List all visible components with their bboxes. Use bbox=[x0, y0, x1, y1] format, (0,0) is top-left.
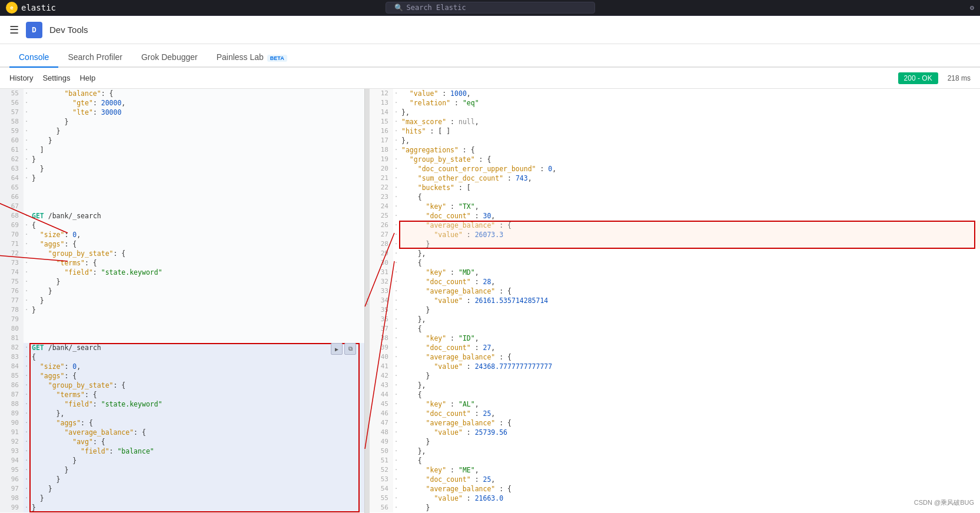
hamburger-menu[interactable]: ☰ bbox=[9, 24, 19, 36]
response-line: 16 · "hits" : [ ] bbox=[370, 126, 980, 136]
code-line: 79 bbox=[0, 315, 364, 324]
code-line: 72 · "group_by_state": { bbox=[0, 249, 364, 258]
code-line: 60 · } bbox=[0, 136, 364, 145]
code-line: 97 · } bbox=[0, 484, 364, 494]
menu-settings[interactable]: Settings bbox=[42, 74, 70, 82]
editor-panel: 55 · "balance": { 56 · "gte": 20000, 57 … bbox=[0, 89, 365, 513]
response-line: 36 · }, bbox=[370, 315, 980, 324]
search-icon: 🔍 bbox=[394, 4, 403, 12]
copy-button[interactable]: ⧉ bbox=[344, 343, 356, 355]
code-line: 78 · } bbox=[0, 305, 364, 315]
response-line: 56 · } bbox=[370, 503, 980, 512]
code-line: 75 · } bbox=[0, 277, 364, 287]
code-line: 64 · } bbox=[0, 174, 364, 183]
search-placeholder: Search Elastic bbox=[407, 4, 466, 12]
tabbar: Console Search Profiler Grok Debugger Pa… bbox=[0, 44, 980, 68]
code-line: 68 · GET /bank/_search bbox=[0, 211, 364, 221]
app-icon: D bbox=[26, 22, 42, 38]
menu-help[interactable]: Help bbox=[79, 74, 95, 82]
code-line: 63 · } bbox=[0, 164, 364, 174]
response-line: 45 · "key" : "AL", bbox=[370, 399, 980, 409]
code-line: 96 · } bbox=[0, 475, 364, 484]
response-size: 218 ms bbox=[948, 74, 971, 82]
elastic-name: elastic bbox=[21, 3, 56, 12]
response-line: 20 · "doc_count_error_upper_bound" : 0, bbox=[370, 164, 980, 174]
topbar: e elastic 🔍 Search Elastic ⚙ bbox=[0, 0, 980, 16]
response-line: 15 · "max_score" : null, bbox=[370, 117, 980, 126]
response-line: 50 · }, bbox=[370, 447, 980, 456]
code-editor[interactable]: 55 · "balance": { 56 · "gte": 20000, 57 … bbox=[0, 89, 364, 513]
elastic-icon: e bbox=[6, 2, 18, 14]
response-line: 29 · }, bbox=[370, 249, 980, 258]
code-line: 55 · "balance": { bbox=[0, 89, 364, 98]
code-line: 84 · "size": 0, bbox=[0, 362, 364, 371]
response-line: 51 · { bbox=[370, 456, 980, 465]
code-line: 57 · "lte": 30000 bbox=[0, 108, 364, 117]
response-line: 33 · "average_balance" : { bbox=[370, 287, 980, 296]
code-line: 69 · { bbox=[0, 221, 364, 230]
code-line: 59 · } bbox=[0, 126, 364, 136]
response-line: 43 · }, bbox=[370, 381, 980, 390]
code-line: 62 · } bbox=[0, 155, 364, 164]
code-line: 81 bbox=[0, 334, 364, 343]
response-line-highlighted: 28 · } bbox=[370, 239, 980, 249]
response-line: 34 · "value" : 26161.535714285714 bbox=[370, 296, 980, 305]
code-line: 61 · ] bbox=[0, 145, 364, 155]
topbar-right-icons: ⚙ bbox=[970, 4, 974, 12]
code-line: 77 · } bbox=[0, 296, 364, 305]
response-line: 42 · } bbox=[370, 371, 980, 381]
code-line: 95 · } bbox=[0, 465, 364, 475]
code-line: 99 · } bbox=[0, 503, 364, 512]
global-search-box[interactable]: 🔍 Search Elastic bbox=[386, 2, 595, 14]
settings-icon[interactable]: ⚙ bbox=[970, 4, 974, 12]
response-line: 52 · "key" : "ME", bbox=[370, 465, 980, 475]
menubar: History Settings Help 200 - OK 218 ms bbox=[0, 68, 980, 89]
response-line: 48 · "value" : 25739.56 bbox=[370, 428, 980, 437]
code-line: 90 · "aggs": { bbox=[0, 418, 364, 428]
run-button[interactable]: ▶ bbox=[331, 343, 343, 355]
code-line: 74 · "field": "state.keyword" bbox=[0, 268, 364, 277]
response-line-highlighted: 27 · "value" : 26073.3 bbox=[370, 230, 980, 239]
code-line: 83 · { bbox=[0, 352, 364, 362]
response-line: 39 · "doc_count" : 27, bbox=[370, 343, 980, 352]
code-line: 91 · "average_balance": { bbox=[0, 428, 364, 437]
code-line: 58 · } bbox=[0, 117, 364, 126]
response-line: 49 · } bbox=[370, 437, 980, 447]
watermark: CSDN @乘风破BUG bbox=[914, 498, 974, 507]
tab-grok-debugger[interactable]: Grok Debugger bbox=[132, 48, 207, 68]
response-line: 21 · "sum_other_doc_count" : 743, bbox=[370, 174, 980, 183]
response-line-highlighted: 26 · "average_balance" : { bbox=[370, 221, 980, 230]
panel-divider[interactable]: ⋮ bbox=[365, 89, 370, 513]
response-line: 23 · { bbox=[370, 192, 980, 202]
response-line: 44 · { bbox=[370, 390, 980, 399]
appbar: ☰ D Dev Tools bbox=[0, 16, 980, 44]
code-line: 94 · } bbox=[0, 456, 364, 465]
response-line: 24 · "key" : "TX", bbox=[370, 202, 980, 211]
tab-search-profiler[interactable]: Search Profiler bbox=[58, 48, 132, 68]
code-line: 56 · "gte": 20000, bbox=[0, 98, 364, 108]
tab-console[interactable]: Console bbox=[9, 48, 58, 68]
response-line: 37 · { bbox=[370, 324, 980, 334]
code-line: 86 · "group_by_state": { bbox=[0, 381, 364, 390]
response-line: 53 · "doc_count" : 25, bbox=[370, 475, 980, 484]
response-line: 19 · "group_by_state" : { bbox=[370, 155, 980, 164]
code-line: 82 · GET /bank/_search bbox=[0, 343, 364, 352]
response-line: 12 · "value" : 1000, bbox=[370, 89, 980, 98]
code-line: 65 bbox=[0, 183, 364, 192]
code-line: 88 · "field": "state.keyword" bbox=[0, 399, 364, 409]
response-line: 41 · "value" : 24368.7777777777777 bbox=[370, 362, 980, 371]
code-line: 89 · }, bbox=[0, 409, 364, 418]
menu-history[interactable]: History bbox=[9, 74, 33, 82]
response-line: 55 · "value" : 21663.0 bbox=[370, 494, 980, 503]
code-line: 93 · "field": "balance" bbox=[0, 447, 364, 456]
response-line: 32 · "doc_count" : 28, bbox=[370, 277, 980, 287]
main-content: 55 · "balance": { 56 · "gte": 20000, 57 … bbox=[0, 89, 980, 513]
response-line: 14 · }, bbox=[370, 108, 980, 117]
code-line: 80 bbox=[0, 324, 364, 334]
tab-painless-lab[interactable]: Painless LabBETA bbox=[207, 48, 297, 68]
response-line: 18 · "aggregations" : { bbox=[370, 145, 980, 155]
code-line: 85 · "aggs": { bbox=[0, 371, 364, 381]
code-line: 92 · "avg": { bbox=[0, 437, 364, 447]
status-badge: 200 - OK bbox=[898, 72, 938, 84]
code-line: 87 · "terms": { bbox=[0, 390, 364, 399]
